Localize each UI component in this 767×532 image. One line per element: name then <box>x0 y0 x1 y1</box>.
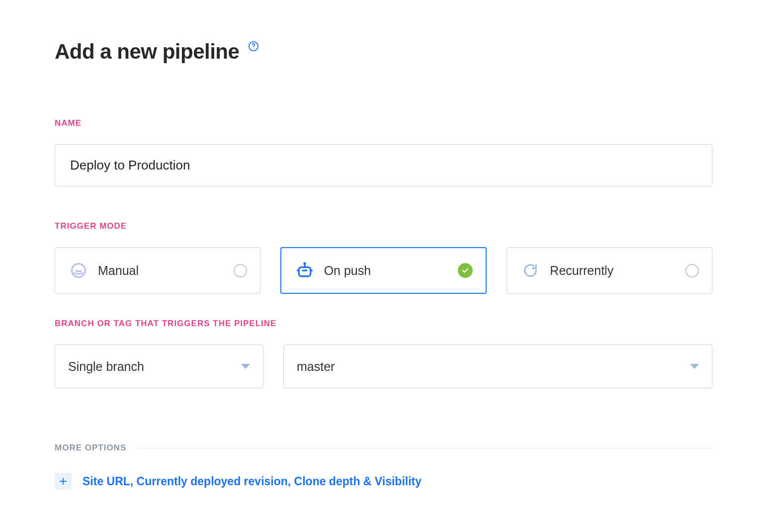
page-title: Add a new pipeline <box>55 40 239 64</box>
name-section-label: NAME <box>55 118 712 128</box>
trigger-label: On push <box>324 264 458 278</box>
trigger-option-recurrently[interactable]: Recurrently <box>507 247 712 294</box>
more-options-label: MORE OPTIONS <box>55 443 126 453</box>
help-icon[interactable] <box>248 41 259 54</box>
branch-name-select[interactable]: master <box>283 345 712 388</box>
pipeline-name-input[interactable] <box>55 144 712 186</box>
trigger-option-on-push[interactable]: On push <box>280 247 487 294</box>
branch-mode-select[interactable]: Single branch <box>55 345 263 388</box>
page-header: Add a new pipeline <box>55 40 712 64</box>
branch-section-label: BRANCH OR TAG THAT TRIGGERS THE PIPELINE <box>55 319 712 329</box>
more-options-link: Site URL, Currently deployed revision, C… <box>83 475 422 488</box>
radio-unchecked-icon <box>685 264 699 277</box>
trigger-section-label: TRIGGER MODE <box>55 221 712 231</box>
more-options-expand[interactable]: Site URL, Currently deployed revision, C… <box>55 473 712 490</box>
recurring-icon <box>520 262 541 279</box>
trigger-label: Manual <box>98 264 234 278</box>
chevron-down-icon <box>690 364 699 369</box>
svg-rect-5 <box>299 267 310 276</box>
robot-icon <box>294 261 315 280</box>
manual-icon <box>68 262 89 279</box>
radio-unchecked-icon <box>234 264 247 277</box>
chevron-down-icon <box>241 364 250 369</box>
svg-point-2 <box>72 264 85 277</box>
svg-point-3 <box>303 262 306 265</box>
more-options-header: MORE OPTIONS <box>55 443 712 453</box>
trigger-mode-group: Manual On push Recur <box>55 247 712 294</box>
trigger-option-manual[interactable]: Manual <box>55 247 260 294</box>
trigger-label: Recurrently <box>550 264 685 278</box>
divider <box>136 448 712 448</box>
radio-checked-icon <box>458 263 473 278</box>
select-value: Single branch <box>68 359 241 374</box>
select-value: master <box>297 359 690 374</box>
plus-icon <box>55 473 72 490</box>
svg-point-1 <box>254 48 254 49</box>
branch-select-row: Single branch master <box>55 345 712 388</box>
